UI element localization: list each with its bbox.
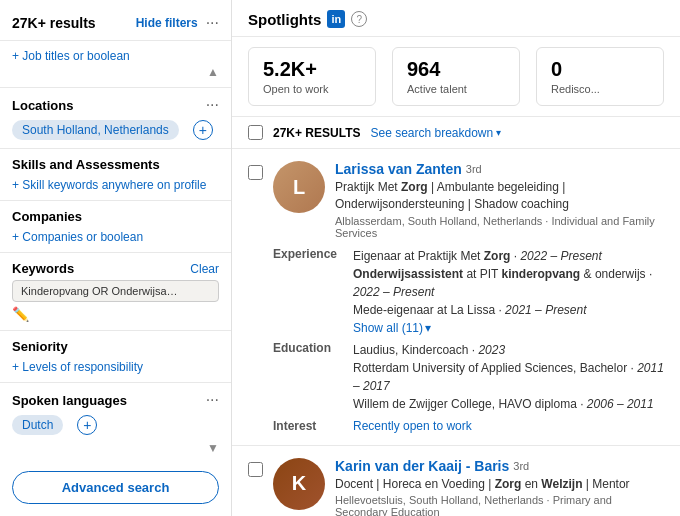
keywords-header: Keywords Clear — [12, 261, 219, 276]
seniority-placeholder: + Levels of responsibility — [12, 360, 143, 374]
candidate-1-experience-row: Experience Eigenaar at Praktijk Met Zorg… — [273, 247, 664, 337]
candidate-top-1: L Larissa van Zanten 3rd Praktijk Met Zo… — [248, 161, 664, 239]
candidate-2-location: Hellevoetsluis, South Holland, Netherlan… — [335, 494, 664, 516]
add-language-button[interactable]: + — [77, 415, 97, 435]
candidate-1-education-content: Laudius, Kindercoach · 2023 Rotterdam Un… — [353, 341, 664, 413]
spotlights-title: Spotlights — [248, 11, 321, 28]
results-count-display: 27K+ RESULTS — [273, 126, 360, 140]
results-bar: 27K+ RESULTS See search breakdown ▾ — [232, 117, 680, 149]
scroll-arrow-down: ▼ — [207, 441, 219, 455]
language-tag[interactable]: Dutch — [12, 415, 63, 435]
candidate-1-avatar: L — [273, 161, 325, 213]
experience-label-1: Experience — [273, 247, 345, 261]
show-all-chevron-1: ▾ — [425, 319, 431, 337]
advanced-search-button[interactable]: Advanced search — [12, 471, 219, 504]
add-seniority-button[interactable]: + Levels of responsibility — [12, 360, 219, 374]
candidate-1-location: Alblasserdam, South Holland, Netherlands… — [335, 215, 664, 239]
locations-header: Locations ··· — [12, 96, 219, 114]
scroll-arrow-up: ▲ — [207, 65, 219, 79]
candidate-1-experience-content: Eigenaar at Praktijk Met Zorg · 2022 – P… — [353, 247, 664, 337]
interest-label-1: Interest — [273, 419, 345, 433]
keyword-tag: Kinderopvang OR Onderwijsassistent OR ..… — [12, 280, 219, 302]
job-title-placeholder: + Job titles or boolean — [12, 49, 130, 63]
skills-section: Skills and Assessments + Skill keywords … — [0, 148, 231, 200]
seniority-section: Seniority + Levels of responsibility — [0, 330, 231, 382]
top-bar: 27K+ results Hide filters ··· — [0, 10, 231, 40]
candidate-1-interest[interactable]: Recently open to work — [353, 419, 472, 433]
locations-dots[interactable]: ··· — [206, 96, 219, 114]
info-icon[interactable]: ? — [351, 11, 367, 27]
candidate-1-avatar-initial: L — [273, 161, 325, 213]
stat-open-to-work-label: Open to work — [263, 83, 361, 95]
education-label-1: Education — [273, 341, 345, 355]
top-bar-actions: Hide filters ··· — [136, 14, 219, 32]
add-company-button[interactable]: + Companies or boolean — [12, 230, 219, 244]
spotlights-header: Spotlights in ? — [232, 0, 680, 37]
stat-active-talent-label: Active talent — [407, 83, 505, 95]
stat-active-talent[interactable]: 964 Active talent — [392, 47, 520, 106]
candidate-2-checkbox[interactable] — [248, 462, 263, 477]
keywords-section: Keywords Clear Kinderopvang OR Onderwijs… — [0, 252, 231, 330]
candidate-card-1: L Larissa van Zanten 3rd Praktijk Met Zo… — [232, 149, 680, 446]
candidate-1-name[interactable]: Larissa van Zanten — [335, 161, 462, 177]
add-location-button[interactable]: + — [193, 120, 213, 140]
left-filter-panel: 27K+ results Hide filters ··· + Job titl… — [0, 0, 232, 516]
seniority-label: Seniority — [12, 339, 68, 354]
candidate-card-2: K Karin van der Kaaij - Baris 3rd Docent… — [232, 446, 680, 516]
candidate-2-headline: Docent | Horeca en Voeding | Zorg en Wel… — [335, 476, 664, 493]
show-all-exp-1[interactable]: Show all (11) ▾ — [353, 319, 664, 337]
stat-rediscover[interactable]: 0 Redisco... — [536, 47, 664, 106]
languages-dots[interactable]: ··· — [206, 391, 219, 409]
skills-label: Skills and Assessments — [12, 157, 160, 172]
candidate-1-headline: Praktijk Met Zorg | Ambulante begeleidin… — [335, 179, 664, 213]
stats-row: 5.2K+ Open to work 964 Active talent 0 R… — [232, 37, 680, 117]
stat-open-to-work-num: 5.2K+ — [263, 58, 361, 81]
keyword-value: Kinderopvang OR Onderwijsassistent OR ..… — [21, 285, 181, 297]
keywords-label: Keywords — [12, 261, 74, 276]
more-options-button[interactable]: ··· — [206, 14, 219, 32]
hide-filters-button[interactable]: Hide filters — [136, 16, 198, 30]
select-all-checkbox[interactable] — [248, 125, 263, 140]
stat-rediscover-num: 0 — [551, 58, 649, 81]
stat-open-to-work[interactable]: 5.2K+ Open to work — [248, 47, 376, 106]
companies-section: Companies + Companies or boolean — [0, 200, 231, 252]
candidate-2-avatar-initial: K — [273, 458, 325, 510]
languages-label: Spoken languages — [12, 393, 127, 408]
candidate-2-name-row: Karin van der Kaaij - Baris 3rd — [335, 458, 664, 474]
candidate-1-education-row: Education Laudius, Kindercoach · 2023 Ro… — [273, 341, 664, 413]
locations-label: Locations — [12, 98, 73, 113]
edit-keyword-icon[interactable]: ✏️ — [12, 306, 219, 322]
languages-header: Spoken languages ··· — [12, 391, 219, 409]
seniority-header: Seniority — [12, 339, 219, 354]
candidate-1-info: Larissa van Zanten 3rd Praktijk Met Zorg… — [335, 161, 664, 239]
see-breakdown-text: See search breakdown — [370, 126, 493, 140]
companies-label: Companies — [12, 209, 82, 224]
locations-tags: South Holland, Netherlands + — [12, 120, 219, 140]
clear-keywords-link[interactable]: Clear — [190, 262, 219, 276]
candidate-2-name[interactable]: Karin van der Kaaij - Baris — [335, 458, 509, 474]
see-breakdown-button[interactable]: See search breakdown ▾ — [370, 126, 501, 140]
skills-header: Skills and Assessments — [12, 157, 219, 172]
candidate-1-checkbox[interactable] — [248, 165, 263, 180]
breakdown-chevron-icon: ▾ — [496, 127, 501, 138]
candidate-2-avatar: K — [273, 458, 325, 510]
add-job-title[interactable]: + Job titles or boolean — [12, 49, 219, 63]
stat-rediscover-label: Redisco... — [551, 83, 649, 95]
candidate-1-name-row: Larissa van Zanten 3rd — [335, 161, 664, 177]
candidate-2-degree: 3rd — [513, 460, 529, 472]
languages-section: Spoken languages ··· Dutch + ▼ — [0, 382, 231, 463]
candidate-2-info: Karin van der Kaaij - Baris 3rd Docent |… — [335, 458, 664, 516]
add-skill-button[interactable]: + Skill keywords anywhere on profile — [12, 178, 219, 192]
right-results-panel: Spotlights in ? 5.2K+ Open to work 964 A… — [232, 0, 680, 516]
companies-placeholder: + Companies or boolean — [12, 230, 143, 244]
candidate-1-interest-row: Interest Recently open to work — [248, 419, 664, 433]
job-titles-section: + Job titles or boolean ▲ — [0, 40, 231, 87]
candidate-1-degree: 3rd — [466, 163, 482, 175]
stat-active-talent-num: 964 — [407, 58, 505, 81]
locations-section: Locations ··· South Holland, Netherlands… — [0, 87, 231, 148]
linkedin-icon: in — [327, 10, 345, 28]
location-tag[interactable]: South Holland, Netherlands — [12, 120, 179, 140]
candidate-1-details: Experience Eigenaar at Praktijk Met Zorg… — [248, 247, 664, 413]
companies-header: Companies — [12, 209, 219, 224]
clear-search-button[interactable]: Clear search — [12, 512, 219, 516]
